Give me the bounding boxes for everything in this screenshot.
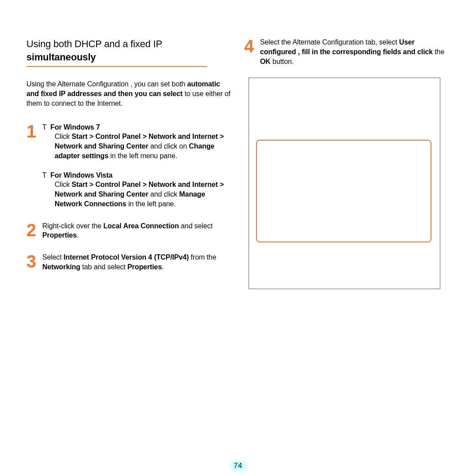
step1-win7: T For Windows 7 Click Start > Control Pa… (42, 123, 232, 161)
bold-text: Networking (42, 263, 80, 271)
step-3: 3 Select Internet Protocol Version 4 (TC… (26, 253, 232, 272)
sub-heading: For Windows 7 (50, 123, 100, 131)
bold-text: Internet Protocol Version 4 (TCP/IPv4) (63, 253, 189, 261)
page-number-wrap: 74 (0, 459, 476, 472)
text: tab and select (80, 263, 127, 271)
bold-text: Properties (42, 231, 77, 239)
text: in the left menu pane. (108, 152, 177, 160)
text: and click (149, 190, 179, 198)
screenshot-placeholder (249, 78, 440, 289)
text: button. (271, 58, 294, 65)
text: from the (189, 253, 216, 261)
text: Right-click over the (42, 222, 103, 230)
bold-text: OK (260, 58, 271, 65)
bold-text: Properties (127, 263, 162, 271)
step-body: Select Internet Protocol Version 4 (TCP/… (42, 253, 232, 272)
sub-content: Click Start > Control Panel > Network an… (42, 180, 232, 208)
highlight-box (256, 140, 431, 242)
text: . (77, 231, 78, 239)
step-number: 1 (26, 123, 42, 139)
text: Select the Alternate Configuration tab, … (260, 38, 399, 46)
text: in the left pane. (126, 200, 176, 208)
title-line1: Using both DHCP and a fixed IP (26, 38, 162, 49)
page-number: 74 (225, 459, 251, 472)
bullet-marker: T (42, 171, 48, 180)
step-2: 2 Right-click over the Local Area Connec… (26, 221, 232, 241)
bold-text: , fill in the corresponding fields and c… (298, 48, 433, 56)
step-body: Right-click over the Local Area Connecti… (42, 221, 232, 241)
bullet-marker: T (42, 123, 48, 132)
text: Click (55, 133, 72, 140)
step1-vista: T For Windows Vista Click Start > Contro… (42, 171, 232, 209)
step-number: 2 (26, 222, 42, 238)
intro-pre: Using the Alternate Configuration , you … (26, 80, 187, 88)
title-underline (26, 66, 207, 67)
section-title: Using both DHCP and a fixed IP simultane… (26, 37, 232, 63)
step-4: 4 Select the Alternate Configuration tab… (244, 37, 450, 66)
text: Select (42, 253, 63, 261)
intro-paragraph: Using the Alternate Configuration , you … (26, 79, 232, 108)
text: and select (179, 222, 212, 230)
step-body: Select the Alternate Configuration tab, … (260, 37, 450, 66)
sub-content: Click Start > Control Panel > Network an… (42, 132, 232, 160)
step-1: 1 T For Windows 7 Click Start > Control … (26, 123, 232, 209)
text: the (433, 48, 444, 56)
bold-text: Local Area Connection (103, 222, 179, 230)
step-number: 3 (26, 253, 42, 269)
text: . (162, 263, 164, 271)
step-body: T For Windows 7 Click Start > Control Pa… (42, 123, 232, 209)
title-line2: simultaneously (26, 52, 96, 63)
sub-heading: For Windows Vista (50, 171, 112, 179)
step-number: 4 (244, 38, 260, 54)
text: Click (55, 181, 72, 188)
text: and click on (149, 142, 189, 150)
